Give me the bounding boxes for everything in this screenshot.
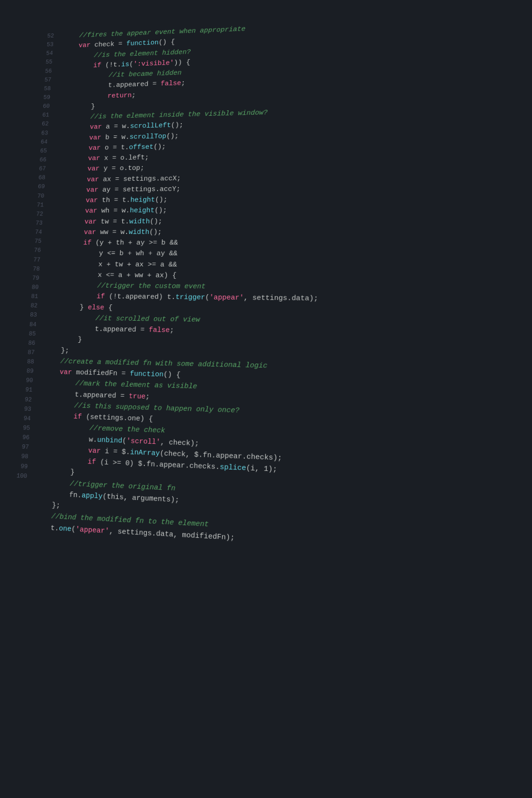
line-number: 66 <box>36 156 47 165</box>
code-area: //fires the appear event when appropriat… <box>14 7 532 798</box>
line-number: 97 <box>18 442 30 452</box>
line-number: 58 <box>40 84 51 94</box>
line-number: 80 <box>28 283 39 292</box>
line-number: 57 <box>41 75 52 85</box>
line-number: 85 <box>25 329 36 338</box>
line-number: 54 <box>42 49 53 59</box>
line-number: 84 <box>26 320 36 329</box>
line-number: 69 <box>34 182 45 192</box>
line-number: 90 <box>22 376 33 386</box>
line-number: 99 <box>17 462 28 471</box>
line-number: 64 <box>37 137 48 147</box>
line-number: 93 <box>20 404 32 414</box>
line-number: 62 <box>38 120 49 129</box>
line-number: 79 <box>29 274 39 283</box>
line-number: 71 <box>33 200 44 210</box>
line-number: 77 <box>30 255 40 265</box>
line-number: 59 <box>40 93 51 102</box>
line-number: 86 <box>25 338 35 348</box>
code-editor: 5253545556575859606162636465666768697071… <box>0 7 532 798</box>
line-number: 67 <box>35 165 46 174</box>
code-line: if (y + th + ay >= b && <box>51 237 532 248</box>
line-number: 65 <box>36 147 47 156</box>
line-number: 63 <box>37 129 48 138</box>
line-number: 91 <box>22 385 33 395</box>
code-line: y <= b + wh + ay && <box>50 248 532 260</box>
line-number: 74 <box>32 228 42 237</box>
line-number: 94 <box>20 414 31 424</box>
line-number: 75 <box>31 237 42 246</box>
line-number: 83 <box>26 311 37 320</box>
line-number: 95 <box>19 423 31 433</box>
line-number: 87 <box>24 348 35 357</box>
line-number: 98 <box>17 452 29 462</box>
line-number: 56 <box>41 66 52 76</box>
line-number: 53 <box>43 40 54 50</box>
line-number: 88 <box>23 357 34 367</box>
line-number: 100 <box>16 471 28 481</box>
line-number: 72 <box>33 210 43 219</box>
line-number: 81 <box>28 292 38 301</box>
line-number: 73 <box>32 219 43 228</box>
line-number: 68 <box>35 173 46 183</box>
line-number: 61 <box>39 111 50 120</box>
line-number: 92 <box>21 395 32 405</box>
line-number: 89 <box>23 366 33 376</box>
line-number: 96 <box>19 433 30 443</box>
line-number: 82 <box>27 301 37 311</box>
code-line: var ww = w.width(); <box>51 226 532 238</box>
line-number: 60 <box>39 102 50 111</box>
line-number: 55 <box>42 58 53 67</box>
line-number: 76 <box>30 246 41 256</box>
line-number: 78 <box>29 265 40 274</box>
line-number: 52 <box>44 32 55 41</box>
line-number: 70 <box>33 192 44 201</box>
